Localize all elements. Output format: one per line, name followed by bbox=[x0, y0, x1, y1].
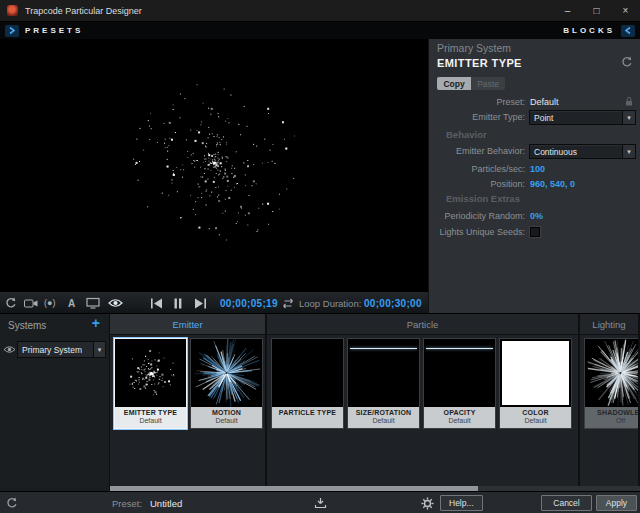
copy-paste-segment: Copy Paste bbox=[437, 77, 505, 90]
particles-sec-value[interactable]: 100 bbox=[530, 164, 545, 174]
motion-thumbnail bbox=[191, 339, 262, 407]
position-value[interactable]: 960, 540, 0 bbox=[530, 179, 575, 189]
inspector-panel: Primary System EMITTER TYPE Copy Paste P… bbox=[428, 39, 640, 313]
block-card-emitter-type[interactable]: EMITTER TYPE Default bbox=[114, 338, 187, 429]
eye-icon[interactable] bbox=[108, 292, 123, 314]
preset-value: Default bbox=[530, 97, 559, 107]
blocks-toggle[interactable]: BLOCKS bbox=[563, 25, 635, 37]
footer-preset-label: Preset: bbox=[112, 492, 142, 513]
card-subtitle: Default bbox=[425, 417, 494, 425]
emitter-behavior-label: Emitter Behavior: bbox=[429, 146, 525, 156]
inspector-block-title: EMITTER TYPE bbox=[437, 57, 522, 69]
air-icon[interactable]: A bbox=[68, 292, 75, 314]
block-card-particle-type[interactable]: PARTICLE TYPE bbox=[271, 338, 344, 429]
chevron-left-icon bbox=[621, 25, 635, 37]
lock-icon[interactable] bbox=[624, 96, 634, 107]
emitter-type-dropdown[interactable]: Point ▾ bbox=[529, 110, 636, 125]
restart-icon[interactable] bbox=[5, 292, 17, 314]
inspector-system-name: Primary System bbox=[437, 42, 511, 54]
opacity-thumbnail bbox=[424, 339, 495, 407]
particles-sec-label: Particles/sec: bbox=[429, 164, 525, 174]
presets-toggle[interactable]: PRESETS bbox=[5, 25, 83, 37]
reset-preset-icon[interactable] bbox=[6, 492, 18, 513]
block-card-motion[interactable]: MOTION Default bbox=[190, 338, 263, 429]
import-preset-icon[interactable] bbox=[314, 492, 327, 513]
card-subtitle: Default bbox=[501, 417, 570, 425]
loop-duration-label: Loop Duration: bbox=[299, 292, 361, 314]
copy-button[interactable]: Copy bbox=[437, 77, 471, 90]
preset-label: Preset: bbox=[429, 97, 525, 107]
app-icon bbox=[7, 5, 18, 16]
loop-icon[interactable] bbox=[281, 292, 295, 314]
pause-button[interactable] bbox=[173, 292, 183, 314]
card-subtitle bbox=[273, 417, 342, 425]
card-title: EMITTER TYPE bbox=[116, 409, 185, 416]
card-title: COLOR bbox=[501, 409, 570, 416]
blocks-label: BLOCKS bbox=[563, 26, 615, 35]
card-subtitle: Default bbox=[192, 417, 261, 425]
shadowlet-thumbnail bbox=[585, 339, 640, 407]
maximize-button[interactable]: □ bbox=[582, 0, 611, 21]
gear-icon[interactable] bbox=[421, 492, 434, 513]
next-frame-button[interactable] bbox=[194, 292, 207, 314]
lights-unique-seeds-label: Lights Unique Seeds: bbox=[429, 227, 525, 237]
tab-emitter[interactable]: Emitter bbox=[110, 314, 265, 335]
help-button[interactable]: Help... bbox=[440, 495, 483, 511]
particle-cards-row: PARTICLE TYPE SIZE/ROTATION Default OPAC… bbox=[267, 335, 578, 486]
periodicity-random-value[interactable]: 0% bbox=[530, 211, 543, 221]
previous-frame-button[interactable] bbox=[150, 292, 163, 314]
chevron-right-icon bbox=[5, 25, 19, 37]
particle-type-thumbnail bbox=[272, 339, 343, 407]
color-thumbnail bbox=[500, 339, 571, 407]
emitter-group: Emitter EMITTER TYPE Default bbox=[110, 314, 267, 486]
emitter-type-value: Point bbox=[534, 113, 553, 123]
emitter-cards-row: EMITTER TYPE Default MOTION Default bbox=[110, 335, 265, 486]
position-label: Position: bbox=[429, 179, 525, 189]
timecode-field[interactable]: 00;00;05;19 bbox=[220, 292, 278, 314]
block-card-color[interactable]: COLOR Default bbox=[499, 338, 572, 429]
close-button[interactable]: × bbox=[611, 0, 640, 21]
chevron-down-icon: ▾ bbox=[93, 342, 105, 357]
cancel-button[interactable]: Cancel bbox=[541, 495, 592, 511]
emitter-behavior-value: Continuous bbox=[534, 147, 577, 157]
motion-blur-icon[interactable]: (●) bbox=[44, 292, 55, 314]
lighting-cards-row: SHADOWLET Off bbox=[580, 335, 638, 486]
card-title: SIZE/ROTATION bbox=[349, 409, 418, 416]
add-system-button[interactable]: + bbox=[92, 315, 100, 331]
presets-blocks-bar: PRESETS BLOCKS bbox=[0, 22, 640, 39]
minimize-button[interactable]: – bbox=[553, 0, 582, 21]
title-bar: Trapcode Particular Designer – □ × bbox=[0, 0, 640, 22]
card-title: PARTICLE TYPE bbox=[273, 409, 342, 416]
lights-unique-seeds-checkbox[interactable] bbox=[530, 227, 540, 237]
blocks-area: Emitter EMITTER TYPE Default bbox=[110, 313, 640, 486]
system-select-value: Primary System bbox=[22, 345, 82, 355]
transport-bar: (●) A 00;00;05;19 Loop Duration: bbox=[0, 291, 428, 313]
emitter-type-thumbnail bbox=[115, 339, 186, 407]
periodicity-random-label: Periodicity Random: bbox=[429, 211, 525, 221]
size-rotation-thumbnail bbox=[348, 339, 419, 407]
apply-button[interactable]: Apply bbox=[596, 495, 637, 511]
footer-preset-name[interactable]: Untitled bbox=[150, 492, 182, 513]
system-visibility-eye-icon[interactable] bbox=[3, 345, 16, 354]
block-card-opacity[interactable]: OPACITY Default bbox=[423, 338, 496, 429]
chevron-down-icon: ▾ bbox=[622, 145, 635, 158]
tab-particle[interactable]: Particle bbox=[267, 314, 578, 335]
camera-icon[interactable] bbox=[24, 292, 38, 314]
card-title: OPACITY bbox=[425, 409, 494, 416]
emission-extras-section-header: Emission Extras bbox=[446, 193, 520, 204]
systems-panel: Systems + Primary System ▾ bbox=[0, 313, 110, 491]
emitter-behavior-dropdown[interactable]: Continuous ▾ bbox=[529, 144, 636, 159]
tab-lighting[interactable]: Lighting bbox=[580, 314, 638, 335]
preview-viewport[interactable] bbox=[0, 39, 428, 291]
card-title: MOTION bbox=[192, 409, 261, 416]
system-select-dropdown[interactable]: Primary System ▾ bbox=[17, 341, 106, 358]
card-subtitle: Default bbox=[116, 417, 185, 425]
block-card-shadowlet[interactable]: SHADOWLET Off bbox=[584, 338, 640, 429]
footer-bar: Preset: Untitled Help... Cancel Apply bbox=[0, 491, 640, 513]
paste-button[interactable]: Paste bbox=[471, 77, 505, 90]
block-card-size-rotation[interactable]: SIZE/ROTATION Default bbox=[347, 338, 420, 429]
reset-icon[interactable] bbox=[621, 56, 633, 68]
loop-duration-field[interactable]: 00;00;30;00 bbox=[364, 292, 422, 314]
card-title: SHADOWLET bbox=[586, 409, 640, 416]
display-icon[interactable] bbox=[86, 292, 100, 314]
